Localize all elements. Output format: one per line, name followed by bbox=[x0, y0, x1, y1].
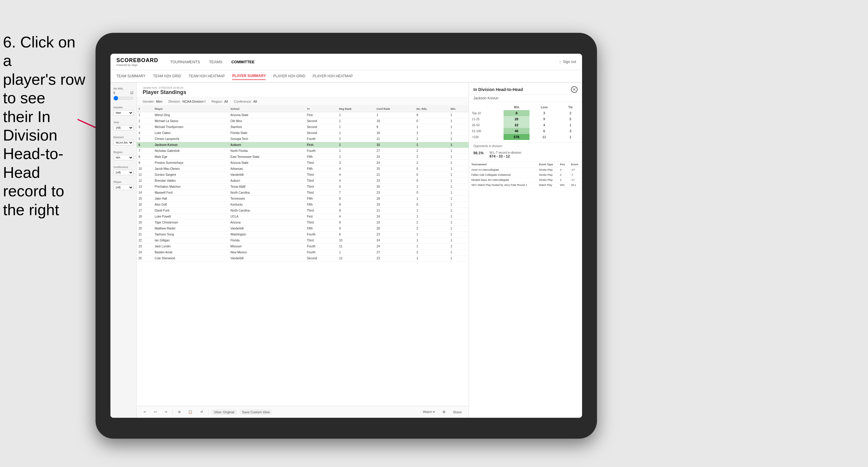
table-row[interactable]: 7 Nicholas Gabrelcik North Florida Fourt… bbox=[137, 148, 469, 154]
table-row[interactable]: 15 Jake Hall Tennessee Fifth 8 28 1 1 bbox=[137, 196, 469, 202]
undo2-button[interactable]: ↩ bbox=[152, 409, 159, 415]
sidebar-player-label: Player bbox=[114, 181, 133, 184]
cell-player: Preston Summerhays bbox=[153, 160, 229, 166]
table-row[interactable]: 19 Tiger Christensen Arizona Third 8 23 … bbox=[137, 220, 469, 226]
toolbar-sep2 bbox=[208, 409, 209, 415]
h2h-player: Jackson Koivun bbox=[469, 95, 582, 102]
table-row[interactable]: 2 Michael La Sasso Ole Miss Second 1 18 … bbox=[137, 118, 469, 124]
cell-win: 1 bbox=[448, 190, 469, 196]
sign-out-button[interactable]: Sign out bbox=[563, 60, 576, 64]
cell-yr: Second bbox=[305, 130, 337, 136]
cell-win: 1 bbox=[448, 124, 469, 130]
sub-nav-team-summary[interactable]: TEAM SUMMARY bbox=[116, 72, 146, 80]
watch-button[interactable]: Watch ▾ bbox=[421, 409, 437, 415]
table-row[interactable]: 13 Phichaksn Maichon Texas A&M Third 6 3… bbox=[137, 184, 469, 190]
logo-scoreboard: SCOREBOARD bbox=[116, 57, 158, 64]
cell-rds: 0 bbox=[414, 118, 448, 124]
share-button[interactable]: Share bbox=[451, 409, 464, 415]
sub-nav-team-h2h-grid[interactable]: TEAM H2H GRID bbox=[153, 72, 181, 80]
table-row[interactable]: 8 Mats Ege East Tennessee State Fifth 1 … bbox=[137, 154, 469, 160]
cell-conf: 19 bbox=[375, 202, 415, 208]
table-row[interactable]: 22 Ian Gilligan Florida Third 10 24 1 1 bbox=[137, 238, 469, 244]
main-content: No Rds. 6 12 Gender Men Year bbox=[111, 83, 582, 418]
copy-button[interactable]: ⧉ bbox=[176, 409, 183, 415]
cell-num: 15 bbox=[137, 196, 153, 202]
table-row[interactable]: 20 Matthew Riedel Vanderbilt Fifth 9 28 … bbox=[137, 226, 469, 231]
view-original-button[interactable]: View: Original bbox=[212, 409, 237, 415]
cell-school: Arizona State bbox=[229, 112, 305, 118]
table-row[interactable]: 1 Wenyi Ding Arizona State First 1 1 8 1 bbox=[137, 112, 469, 118]
table-row[interactable]: 3 Michael Thorbjornsen Stanford Second 1… bbox=[137, 124, 469, 130]
table-row[interactable]: 10 Jacob Mau-Olesen Arkansas Fifth 4 25 … bbox=[137, 166, 469, 172]
cell-win: 1 bbox=[448, 178, 469, 184]
save-custom-button[interactable]: Save Custom View bbox=[240, 409, 272, 415]
paste-button[interactable]: 📋 bbox=[186, 409, 195, 415]
refresh-button[interactable]: ↺ bbox=[198, 409, 205, 415]
tour-col-pos: Pos bbox=[558, 162, 568, 167]
cell-yr: Second bbox=[305, 255, 337, 261]
cell-reg: 10 bbox=[337, 238, 375, 244]
table-row[interactable]: 25 Cole Sherwood Vanderbilt Second 12 23… bbox=[137, 255, 469, 261]
cell-conf: 8 bbox=[375, 124, 415, 130]
division-select[interactable]: NCAA Division I bbox=[114, 140, 133, 145]
table-row[interactable]: 4 Luke Claton Florida State Second 1 18 … bbox=[137, 130, 469, 136]
sub-nav-player-summary[interactable]: PLAYER SUMMARY bbox=[232, 72, 266, 80]
cell-reg: 3 bbox=[337, 160, 375, 166]
cell-win: 1 bbox=[448, 112, 469, 118]
nav-teams[interactable]: TEAMS bbox=[209, 58, 222, 66]
table-row[interactable]: 12 Brendan Valdes Auburn Third 4 23 0 1 bbox=[137, 178, 469, 184]
layout-button[interactable]: ⊞ bbox=[440, 409, 448, 415]
tournament-row: Amer Ari Intercollegiate Stroke Play 4 -… bbox=[469, 167, 582, 173]
col-yr: Yr bbox=[305, 106, 337, 112]
h2h-col-loss: Loss bbox=[529, 104, 559, 110]
cell-num: 6 bbox=[137, 142, 153, 148]
cell-school: Ole Miss bbox=[229, 118, 305, 124]
table-row[interactable]: 9 Preston Summerhays Arizona State Third… bbox=[137, 160, 469, 166]
h2h-header: In Division Head-to-Head ✕ bbox=[469, 83, 582, 95]
h2h-cell-loss: 6 bbox=[529, 128, 559, 134]
close-h2h-button[interactable]: ✕ bbox=[571, 86, 578, 93]
cell-num: 24 bbox=[137, 249, 153, 255]
cell-reg: 8 bbox=[337, 196, 375, 202]
redo-button[interactable]: ↪ bbox=[162, 409, 169, 415]
cell-num: 16 bbox=[137, 202, 153, 208]
table-row[interactable]: 24 Bastien Amat New Mexico Fourth 1 27 2… bbox=[137, 249, 469, 255]
year-select[interactable]: (All) bbox=[114, 125, 133, 130]
conference-select[interactable]: (All) bbox=[114, 170, 133, 175]
tour-cell-type: Stroke Play bbox=[536, 173, 558, 178]
nav-committee[interactable]: COMMITTEE bbox=[231, 58, 255, 66]
sidebar-region-label: Region bbox=[114, 151, 133, 154]
cell-win: 1 bbox=[448, 160, 469, 166]
sidebar-conference: Conference (All) bbox=[114, 166, 133, 175]
table-row[interactable]: 11 Gordon Sargent Vanderbilt Third 4 21 … bbox=[137, 172, 469, 178]
cell-player: Jackson Koivun bbox=[153, 142, 229, 148]
logo-area: SCOREBOARD Powered by clippi bbox=[116, 57, 158, 66]
cell-school: Vanderbilt bbox=[229, 172, 305, 178]
undo-button[interactable]: ↩ bbox=[141, 409, 149, 415]
gender-select[interactable]: Men bbox=[114, 110, 133, 116]
h2h-col-tie: Tie bbox=[559, 104, 582, 110]
player-select[interactable]: (All) bbox=[114, 185, 133, 190]
table-row[interactable]: 23 Jack Lundin Missouri Fourth 11 24 1 1 bbox=[137, 244, 469, 249]
cell-conf: 24 bbox=[375, 244, 415, 249]
table-row[interactable]: 6 Jackson Koivun Auburn First 1 15 1 1 bbox=[137, 142, 469, 148]
no-rds-slider[interactable] bbox=[114, 96, 133, 100]
sub-nav-player-h2h-grid[interactable]: PLAYER H2H GRID bbox=[273, 72, 305, 80]
sub-nav-team-h2h-heatmap[interactable]: TEAM H2H HEATMAP bbox=[189, 72, 225, 80]
cell-rds: 8 bbox=[414, 112, 448, 118]
table-row[interactable]: 17 David Ford North Carolina Third 8 21 … bbox=[137, 208, 469, 214]
table-row[interactable]: 14 Maxwell Ford North Carolina Third 7 2… bbox=[137, 190, 469, 196]
cell-school: Arizona bbox=[229, 220, 305, 226]
nav-tournaments[interactable]: TOURNAMENTS bbox=[170, 58, 200, 66]
table-row[interactable]: 16 Alex Goff Kentucky Fifth 8 19 0 1 bbox=[137, 202, 469, 208]
table-row[interactable]: 5 Christo Lamprecht Georgia Tech Fourth … bbox=[137, 136, 469, 142]
cell-conf: 24 bbox=[375, 160, 415, 166]
table-row[interactable]: 18 Luke Powell UCLA First 4 24 1 1 bbox=[137, 214, 469, 220]
table-row[interactable]: 21 Taehoon Song Washington Fourth 6 23 1… bbox=[137, 231, 469, 238]
cell-win: 1 bbox=[448, 148, 469, 154]
tour-cell-name: SEC Match Play hosted by Jerry Pate Roun… bbox=[469, 183, 536, 188]
sub-nav-player-h2h-heatmap[interactable]: PLAYER H2H HEATMAP bbox=[313, 72, 353, 80]
region-select[interactable]: N/A bbox=[114, 155, 133, 160]
tournament-header-row: Tournament Event Type Pos Score bbox=[469, 162, 582, 167]
h2h-cell-win: 8 bbox=[503, 110, 529, 116]
